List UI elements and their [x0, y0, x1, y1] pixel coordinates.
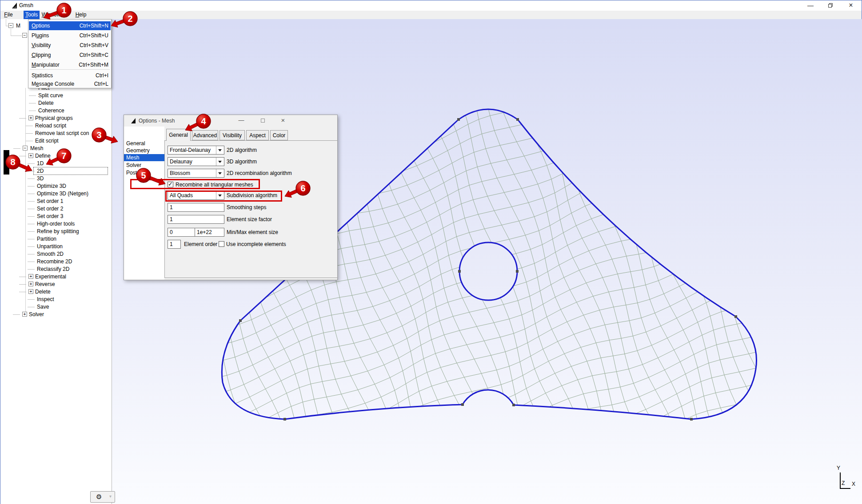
- tree-item-partition[interactable]: Partition: [0, 235, 112, 242]
- vertex-marker: [461, 403, 464, 406]
- tree-item-save[interactable]: Save: [0, 303, 112, 310]
- combo-3d-algorithm[interactable]: Delaunay: [168, 157, 224, 166]
- dialog-list-item-general[interactable]: General: [124, 140, 164, 147]
- tree-item-experimental[interactable]: +Experimental: [0, 273, 112, 280]
- tree-item-split-curve[interactable]: Split curve: [0, 92, 112, 99]
- checkbox-use-incomplete-elements[interactable]: [219, 241, 224, 247]
- menu-item-options[interactable]: OptionsCtrl+Shift+N: [29, 21, 111, 30]
- tree-item-delete[interactable]: Delete: [0, 99, 112, 107]
- vertex-marker: [690, 418, 693, 421]
- tools-menu-dropdown: OptionsCtrl+Shift+NPluginsCtrl+Shift+UVi…: [28, 19, 112, 88]
- tree-connector: [28, 307, 35, 307]
- menu-item-plugins[interactable]: PluginsCtrl+Shift+U: [29, 31, 111, 40]
- tree-item-define[interactable]: +Define: [0, 152, 112, 159]
- tab-visibility[interactable]: Visibility: [219, 130, 245, 140]
- input-max-element-size[interactable]: 1e+22: [195, 228, 224, 237]
- options-dialog: Options - Mesh — × GeneralGeometryMeshSo…: [124, 115, 338, 280]
- dialog-close-button[interactable]: ×: [278, 116, 288, 124]
- tree-item-set-order-1[interactable]: Set order 1: [0, 198, 112, 205]
- menu-item-message-console[interactable]: Message ConsoleCtrl+L: [29, 79, 111, 88]
- expand-icon[interactable]: +: [28, 115, 33, 120]
- expand-icon[interactable]: +: [28, 153, 33, 158]
- tree-item-reverse[interactable]: +Reverse: [0, 281, 112, 288]
- tree-connector: [28, 262, 35, 262]
- input-min-element-size[interactable]: 0: [168, 228, 195, 237]
- input-element-size-factor[interactable]: 1: [168, 215, 224, 224]
- tree-item-set-order-2[interactable]: Set order 2: [0, 205, 112, 212]
- dialog-minimize-button[interactable]: —: [236, 116, 247, 124]
- menu-item-statistics[interactable]: StatisticsCtrl+I: [29, 71, 111, 80]
- tree-item-remove-last-script-con[interactable]: Remove last script con: [0, 130, 112, 137]
- vertex-marker: [516, 270, 519, 273]
- tree-connector: [28, 269, 35, 270]
- menubar-item-help[interactable]: Help: [72, 11, 89, 19]
- tab-general[interactable]: General: [166, 129, 191, 141]
- combo-2d-algorithm[interactable]: Frontal-Delaunay: [168, 146, 224, 155]
- tree-item-coherence[interactable]: Coherence: [0, 107, 112, 114]
- tree-item-2d[interactable]: 2D: [0, 167, 112, 175]
- collapse-icon[interactable]: −: [23, 146, 28, 151]
- tree-item-high-order-tools[interactable]: High-order tools: [0, 220, 112, 227]
- input-element-order[interactable]: 1: [168, 240, 181, 249]
- tree-item-3d[interactable]: 3D: [0, 175, 112, 182]
- menubar-item-file[interactable]: File: [1, 11, 16, 19]
- menu-item-clipping[interactable]: ClippingCtrl+Shift+C: [29, 51, 111, 60]
- dialog-title: Options - Mesh: [139, 118, 175, 124]
- gear-menu-button[interactable]: ⚙ ▾: [90, 491, 115, 503]
- tree-item-label: 1D: [37, 160, 44, 167]
- input-smoothing-steps[interactable]: 1: [168, 203, 224, 212]
- check-icon: ✓: [168, 181, 173, 187]
- tree-item-refine-by-splitting[interactable]: Refine by splitting: [0, 228, 112, 235]
- combo-subdivision-algorithm[interactable]: All Quads: [168, 191, 224, 200]
- dialog-list-item-post-pro[interactable]: Post-pro: [124, 169, 164, 176]
- expand-icon[interactable]: +: [28, 274, 33, 279]
- dialog-list-item-label: Post-pro: [124, 170, 146, 176]
- tree-item-physical-groups[interactable]: +Physical groups: [0, 115, 112, 122]
- tree-item-optimize-3d[interactable]: Optimize 3D: [0, 183, 112, 190]
- tab-color[interactable]: Color: [270, 130, 288, 140]
- menu-item-label: Manipulator: [32, 60, 60, 69]
- tree-item-label: Delete: [35, 288, 51, 295]
- tree-item-optimize-3d-netgen[interactable]: Optimize 3D (Netgen): [0, 190, 112, 197]
- tree-connector: [28, 163, 35, 164]
- checkbox-recombine-all-triangular-meshes[interactable]: ✓: [168, 182, 173, 187]
- close-button[interactable]: ×: [843, 0, 858, 10]
- tree-item-delete[interactable]: +Delete: [0, 288, 112, 295]
- minimize-button[interactable]: —: [803, 0, 818, 10]
- tree-item-reload-script[interactable]: Reload script: [0, 122, 112, 129]
- dialog-list-item-geometry[interactable]: Geometry: [124, 147, 164, 154]
- tree-connector: [13, 148, 20, 149]
- tree-item-label: Physical groups: [35, 115, 73, 122]
- tree-item-reclassify-2d[interactable]: Reclassify 2D: [0, 266, 112, 273]
- tab-aspect[interactable]: Aspect: [246, 130, 269, 140]
- combo-2d-recombination-algorithm[interactable]: Blossom: [168, 169, 224, 178]
- tree-item-unpartition[interactable]: Unpartition: [0, 243, 112, 250]
- dialog-list-item-solver[interactable]: Solver: [124, 162, 164, 169]
- collapse-icon[interactable]: −: [22, 33, 27, 38]
- combo-arrow-icon: [216, 169, 224, 177]
- tree-item-set-order-3[interactable]: Set order 3: [0, 213, 112, 220]
- gmsh-logo-icon: [11, 2, 18, 9]
- collapse-icon[interactable]: −: [8, 23, 13, 28]
- tree-item-mesh[interactable]: −Mesh: [0, 145, 112, 152]
- tree-item-edit-script[interactable]: Edit script: [0, 137, 112, 144]
- dialog-maximize-button[interactable]: [257, 116, 268, 124]
- restore-button[interactable]: [823, 0, 838, 10]
- menu-item-manipulator[interactable]: ManipulatorCtrl+Shift+M: [29, 60, 111, 69]
- expand-icon[interactable]: +: [28, 289, 33, 294]
- tree-item-solver[interactable]: +Solver: [0, 311, 112, 318]
- tab-advanced[interactable]: Advanced: [192, 130, 218, 140]
- menubar-item-window[interactable]: Window: [40, 11, 63, 19]
- combo-arrow-icon: [216, 191, 224, 199]
- tree-item-inspect[interactable]: Inspect: [0, 296, 112, 303]
- dialog-list-item-mesh[interactable]: Mesh: [124, 154, 164, 161]
- expand-icon[interactable]: +: [22, 312, 27, 317]
- dialog-titlebar[interactable]: Options - Mesh — ×: [124, 115, 337, 127]
- expand-icon[interactable]: +: [28, 282, 33, 286]
- tree-item-1d[interactable]: 1D: [0, 160, 112, 167]
- menubar-item-tools[interactable]: Tools: [24, 11, 40, 19]
- tree-item-recombine-2d[interactable]: Recombine 2D: [0, 258, 112, 265]
- tree-connector: [28, 216, 35, 217]
- menu-item-visibility[interactable]: VisibilityCtrl+Shift+V: [29, 41, 111, 50]
- tree-item-smooth-2d[interactable]: Smooth 2D: [0, 250, 112, 258]
